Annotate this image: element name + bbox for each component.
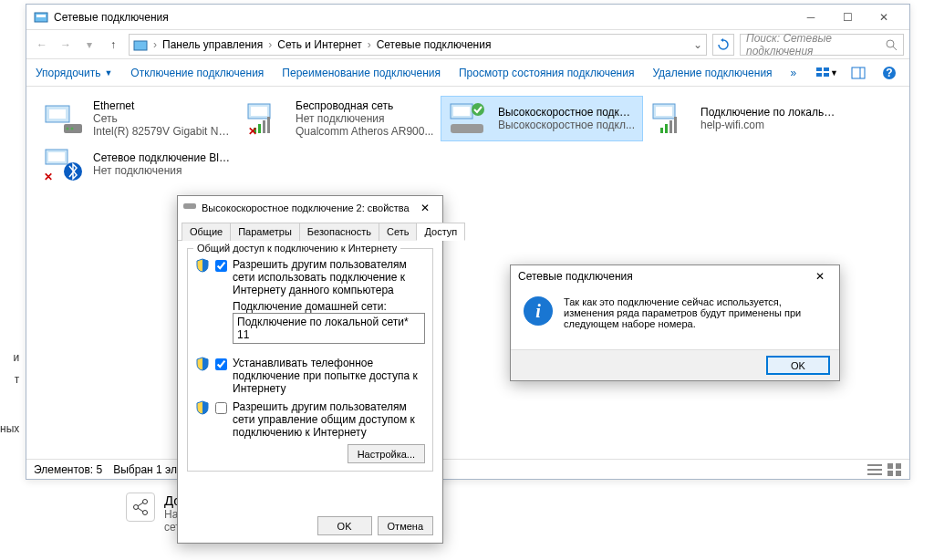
- minimize-button[interactable]: ─: [793, 6, 829, 28]
- msgbox-ok-button[interactable]: OK: [766, 356, 830, 375]
- connection-item-local11[interactable]: Подключение по локальной сети* 11 help-w…: [643, 96, 846, 141]
- tabs: Общие Параметры Безопасность Сеть Доступ: [178, 222, 442, 241]
- breadcrumb-item[interactable]: Сетевые подключения: [377, 38, 492, 51]
- tab-parameters[interactable]: Параметры: [230, 223, 300, 241]
- tab-general[interactable]: Общие: [182, 223, 231, 241]
- maximize-button[interactable]: ☐: [829, 6, 866, 28]
- network-icon: ✕: [244, 100, 288, 137]
- close-button[interactable]: ✕: [866, 6, 902, 28]
- modem-icon: [183, 202, 196, 214]
- dialog-titlebar: Высокоскоростное подключение 2: свойства…: [178, 196, 442, 220]
- svg-rect-40: [867, 469, 882, 471]
- forward-button[interactable]: →: [56, 35, 76, 55]
- ok-button[interactable]: OK: [317, 516, 372, 535]
- search-input[interactable]: Поиск: Сетевые подключения: [740, 34, 904, 56]
- home-connection-select[interactable]: Подключение по локальной сети* 11: [233, 313, 425, 344]
- message-box: Сетевые подключения ✕ i Так как это подк…: [510, 264, 840, 381]
- svg-rect-8: [824, 73, 829, 77]
- preview-pane-button[interactable]: [847, 62, 869, 84]
- allow-control-checkbox[interactable]: [215, 402, 227, 414]
- view-options-button[interactable]: ▼: [816, 62, 838, 84]
- connection-item-wireless[interactable]: ✕ Беспроводная сеть Нет подключения Qual…: [238, 96, 441, 141]
- svg-rect-43: [896, 463, 901, 469]
- svg-point-16: [67, 128, 69, 130]
- shield-icon: [195, 357, 210, 371]
- tab-security[interactable]: Безопасность: [299, 223, 379, 241]
- window-icon: [34, 10, 48, 25]
- allow-other-users-checkbox[interactable]: [215, 260, 227, 272]
- svg-rect-42: [887, 463, 893, 469]
- window-title: Сетевые подключения: [54, 11, 793, 24]
- network-icon: [42, 100, 86, 137]
- msgbox-close-button[interactable]: ✕: [808, 267, 832, 285]
- dial-on-demand-checkbox[interactable]: [215, 358, 227, 370]
- left-fragment: и т ных: [0, 347, 19, 440]
- delete-button[interactable]: Удаление подключения: [652, 67, 772, 79]
- help-button[interactable]: ?: [878, 62, 900, 84]
- large-icons-view-icon[interactable]: [887, 463, 902, 476]
- status-bar: Элементов: 5 Выбран 1 элем: [26, 459, 909, 479]
- network-icon: [649, 100, 693, 137]
- up-button[interactable]: ↑: [103, 35, 123, 55]
- shield-icon: [195, 258, 210, 273]
- svg-line-49: [138, 503, 143, 506]
- toolbar: Упорядочить ▼ Отключение подключения Пер…: [26, 59, 909, 87]
- svg-rect-1: [36, 15, 46, 17]
- svg-rect-36: [48, 152, 65, 161]
- details-view-icon[interactable]: [867, 463, 882, 476]
- svg-point-28: [472, 103, 484, 116]
- svg-text:✕: ✕: [44, 171, 53, 182]
- share-icon: [126, 493, 155, 522]
- disable-button[interactable]: Отключение подключения: [130, 67, 264, 79]
- tab-body: Общий доступ к подключению к Интернету Р…: [178, 241, 442, 505]
- back-button[interactable]: ←: [32, 35, 52, 55]
- breadcrumb-item[interactable]: Сеть и Интернет: [277, 38, 361, 51]
- properties-dialog: Высокоскоростное подключение 2: свойства…: [177, 195, 443, 544]
- refresh-button[interactable]: [712, 34, 734, 56]
- element-count: Элементов: 5: [34, 463, 102, 476]
- svg-rect-33: [669, 120, 672, 133]
- svg-rect-14: [49, 109, 66, 119]
- bottom-fragment: До Нас сет: [126, 493, 183, 534]
- chevron-right-icon: ›: [266, 38, 274, 51]
- dialog-close-button[interactable]: ✕: [413, 199, 437, 217]
- folder-icon: [133, 37, 148, 52]
- svg-rect-39: [867, 464, 882, 466]
- svg-rect-22: [263, 120, 265, 133]
- network-icon: ✕: [42, 146, 86, 182]
- connection-item-bluetooth[interactable]: ✕ Сетевое подключение Bluetooth Нет подк…: [36, 141, 238, 187]
- svg-point-46: [134, 505, 139, 510]
- view-status-button[interactable]: Просмотр состояния подключения: [459, 67, 634, 79]
- connection-item-highspeed[interactable]: Высокоскоростное подключение 2 Высокоско…: [441, 96, 643, 141]
- shield-icon: [195, 400, 210, 415]
- svg-text:?: ?: [886, 67, 892, 79]
- svg-rect-19: [251, 107, 267, 116]
- svg-rect-27: [451, 124, 483, 133]
- svg-rect-51: [183, 203, 196, 209]
- svg-text:✕: ✕: [248, 125, 257, 137]
- svg-rect-41: [867, 473, 882, 475]
- more-button[interactable]: »: [791, 67, 797, 79]
- svg-line-50: [138, 508, 143, 512]
- rename-button[interactable]: Переименование подключения: [282, 67, 441, 79]
- chevron-right-icon: ›: [151, 38, 159, 51]
- svg-rect-9: [852, 67, 865, 78]
- msgbox-text: Так как это подключение сейчас используе…: [564, 296, 826, 329]
- svg-rect-5: [816, 67, 822, 71]
- settings-button[interactable]: Настройка...: [348, 444, 425, 463]
- network-icon: [447, 100, 491, 137]
- chevron-down-icon[interactable]: ⌄: [693, 38, 702, 51]
- arrange-button[interactable]: Упорядочить ▼: [36, 67, 112, 79]
- svg-rect-32: [665, 124, 668, 133]
- titlebar: Сетевые подключения ─ ☐ ✕: [26, 5, 909, 30]
- svg-rect-7: [824, 67, 829, 71]
- svg-rect-6: [816, 73, 822, 77]
- connection-item-ethernet[interactable]: Ethernet Сеть Intel(R) 82579V Gigabit Ne…: [36, 96, 238, 141]
- breadcrumb-item[interactable]: Панель управления: [162, 38, 263, 51]
- tab-access[interactable]: Доступ: [416, 223, 465, 241]
- svg-rect-45: [896, 471, 901, 476]
- recent-dropdown[interactable]: ▾: [79, 35, 99, 55]
- breadcrumb[interactable]: › Панель управления › Сеть и Интернет › …: [129, 34, 707, 56]
- cancel-button[interactable]: Отмена: [378, 516, 433, 535]
- tab-network[interactable]: Сеть: [379, 223, 417, 241]
